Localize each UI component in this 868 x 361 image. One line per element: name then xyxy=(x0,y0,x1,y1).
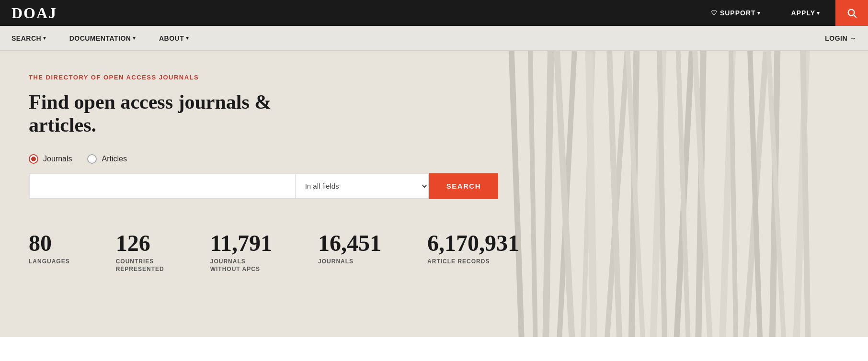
top-bar: DOAJ ♡ SUPPORT ▾ APPLY ▾ xyxy=(0,0,868,26)
hero-section: THE DIRECTORY OF OPEN ACCESS JOURNALS Fi… xyxy=(0,51,868,337)
login-button[interactable]: LOGIN → xyxy=(825,34,857,42)
stat-countries-label: COUNTRIESREPRESENTED xyxy=(116,258,164,274)
support-chevron-icon: ▾ xyxy=(757,10,761,16)
documentation-nav-chevron-icon: ▾ xyxy=(133,35,136,41)
stat-languages-label: LANGUAGES xyxy=(29,258,70,266)
svg-line-1 xyxy=(854,15,856,17)
stat-countries: 126 COUNTRIESREPRESENTED xyxy=(93,232,187,274)
heart-icon: ♡ xyxy=(711,9,718,17)
stats-row: 80 LANGUAGES 126 COUNTRIESREPRESENTED 11… xyxy=(29,228,287,274)
apply-button[interactable]: APPLY ▾ xyxy=(776,0,835,26)
stat-journals-label: JOURNALS xyxy=(318,258,381,266)
journals-radio-label[interactable]: Journals xyxy=(29,154,72,164)
articles-radio-label[interactable]: Articles xyxy=(87,154,126,164)
search-nav-chevron-icon: ▾ xyxy=(43,35,46,41)
journals-radio-indicator xyxy=(31,157,36,161)
search-type-selector: Journals Articles xyxy=(29,154,287,164)
stat-articles-number: 6,170,931 xyxy=(427,232,519,255)
secondary-nav: SEARCH ▾ DOCUMENTATION ▾ ABOUT ▾ LOGIN → xyxy=(0,26,868,51)
stat-journals-no-apcs-label: JOURNALSWITHOUT APCs xyxy=(210,258,272,274)
journals-radio-button[interactable] xyxy=(29,154,38,164)
about-nav-chevron-icon: ▾ xyxy=(186,35,189,41)
apply-chevron-icon: ▾ xyxy=(817,10,820,16)
nav-search[interactable]: SEARCH ▾ xyxy=(11,34,69,42)
stat-journals-number: 16,451 xyxy=(318,232,381,255)
support-button[interactable]: ♡ SUPPORT ▾ xyxy=(696,0,776,26)
stat-journals-no-apcs: 11,791 JOURNALSWITHOUT APCs xyxy=(187,232,295,274)
articles-radio-button[interactable] xyxy=(87,154,97,164)
nav-about[interactable]: ABOUT ▾ xyxy=(159,34,212,42)
search-bar: In all fields Title ISSN Subject Publish… xyxy=(29,173,498,199)
stat-articles-label: ARTICLE RECORDS xyxy=(427,258,519,266)
search-button[interactable]: SEARCH xyxy=(429,173,498,199)
svg-rect-2 xyxy=(509,51,525,337)
stat-articles: 6,170,931 ARTICLE RECORDS xyxy=(404,232,542,266)
stat-languages-number: 80 xyxy=(29,232,70,255)
hero-title: Find open access journals & articles. xyxy=(29,90,287,137)
search-field-select[interactable]: In all fields Title ISSN Subject Publish… xyxy=(295,173,429,199)
stat-journals-no-apcs-number: 11,791 xyxy=(210,232,272,255)
hero-content: THE DIRECTORY OF OPEN ACCESS JOURNALS Fi… xyxy=(0,51,287,273)
stat-languages: 80 LANGUAGES xyxy=(29,232,93,266)
stat-countries-number: 126 xyxy=(116,232,164,255)
nav-documentation[interactable]: DOCUMENTATION ▾ xyxy=(69,34,159,42)
svg-rect-3 xyxy=(528,51,537,337)
hero-subtitle: THE DIRECTORY OF OPEN ACCESS JOURNALS xyxy=(29,74,287,81)
search-input[interactable] xyxy=(29,173,295,199)
svg-rect-4 xyxy=(543,51,554,337)
top-nav-right: ♡ SUPPORT ▾ APPLY ▾ xyxy=(696,0,868,26)
stat-journals: 16,451 JOURNALS xyxy=(295,232,404,266)
search-icon xyxy=(846,8,857,18)
search-icon-button[interactable] xyxy=(835,0,868,26)
logo[interactable]: DOAJ xyxy=(11,4,57,22)
